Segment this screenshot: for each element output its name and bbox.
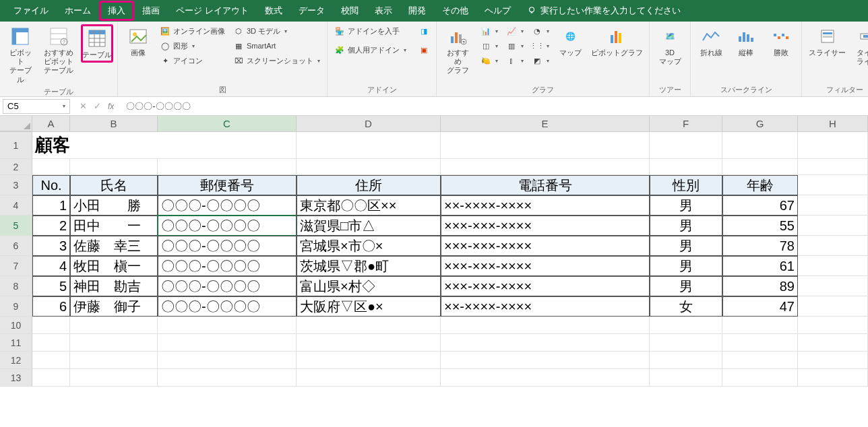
- statistic-chart-button[interactable]: ▥▾: [503, 39, 526, 53]
- row-header-8[interactable]: 8: [0, 276, 32, 296]
- icons-button[interactable]: ✦アイコン: [157, 54, 228, 67]
- pivot-chart-button[interactable]: ピボットグラフ: [590, 24, 645, 59]
- recommended-charts-button[interactable]: ? おすすめ グラフ: [441, 24, 475, 77]
- sparkline-winloss-button[interactable]: 勝敗: [765, 24, 797, 59]
- online-pictures-button[interactable]: 🖼️オンライン画像: [157, 24, 228, 38]
- row-header-1[interactable]: 1: [0, 132, 32, 159]
- fx-icon[interactable]: fx: [108, 102, 114, 111]
- cell[interactable]: 61: [722, 256, 798, 276]
- get-addins-button[interactable]: 🏪アドインを入手: [332, 24, 409, 38]
- row-header-2[interactable]: 2: [0, 159, 32, 175]
- cell[interactable]: 67: [722, 195, 798, 216]
- row-header-3[interactable]: 3: [0, 175, 32, 195]
- cell[interactable]: [441, 334, 650, 352]
- menu-view[interactable]: 表示: [367, 1, 400, 21]
- cell[interactable]: [297, 334, 441, 352]
- cell[interactable]: [297, 352, 441, 369]
- cell[interactable]: [32, 369, 70, 387]
- cell[interactable]: [297, 159, 441, 175]
- table-header[interactable]: 電話番号: [441, 175, 650, 195]
- col-header-H[interactable]: H: [798, 116, 868, 131]
- cell[interactable]: [798, 334, 868, 352]
- cell[interactable]: [32, 159, 70, 175]
- cell[interactable]: 男: [650, 256, 722, 276]
- cell[interactable]: 〇〇〇-〇〇〇〇: [158, 236, 297, 256]
- cell[interactable]: [32, 317, 70, 334]
- cell[interactable]: [722, 369, 798, 387]
- menu-help[interactable]: ヘルプ: [476, 1, 519, 21]
- col-header-C[interactable]: C: [158, 116, 297, 131]
- cell[interactable]: 茨城県▽郡●町: [297, 256, 441, 276]
- recommended-pivot-button[interactable]: ? おすすめ ピボットテーブル: [39, 24, 78, 77]
- cell[interactable]: [722, 159, 798, 175]
- line-chart-button[interactable]: 📈▾: [503, 24, 526, 38]
- menu-data[interactable]: データ: [290, 1, 333, 21]
- col-header-G[interactable]: G: [722, 116, 798, 131]
- cell[interactable]: 5: [32, 276, 70, 296]
- tell-me[interactable]: 実行したい作業を入力してください: [527, 5, 681, 17]
- row-header-12[interactable]: 12: [0, 352, 32, 369]
- cell[interactable]: [70, 369, 158, 387]
- cancel-icon[interactable]: ✕: [80, 101, 87, 111]
- cell[interactable]: [297, 132, 441, 159]
- cell[interactable]: [798, 132, 868, 159]
- cell[interactable]: ××-××××-××××: [441, 296, 650, 317]
- cell[interactable]: [650, 159, 722, 175]
- 3d-models-button[interactable]: ⬡3D モデル▾: [230, 24, 323, 38]
- cell[interactable]: 東京都〇〇区××: [297, 195, 441, 216]
- col-header-E[interactable]: E: [441, 116, 650, 131]
- cell[interactable]: 〇〇〇-〇〇〇〇: [158, 276, 297, 296]
- menu-file[interactable]: ファイル: [5, 1, 57, 21]
- scatter-chart-button[interactable]: ⋮⋮▾: [529, 39, 552, 53]
- cell[interactable]: 〇〇〇-〇〇〇〇: [158, 195, 297, 216]
- cell[interactable]: [798, 159, 868, 175]
- cell[interactable]: 神田 勘吉: [70, 276, 158, 296]
- table-header[interactable]: 氏名: [70, 175, 158, 195]
- table-header[interactable]: 性別: [650, 175, 722, 195]
- cell[interactable]: [650, 132, 722, 159]
- cell[interactable]: ×××-×××-××××: [441, 236, 650, 256]
- row-header-4[interactable]: 4: [0, 195, 32, 216]
- picture-button[interactable]: 画像: [122, 24, 154, 59]
- col-header-D[interactable]: D: [297, 116, 441, 131]
- cell[interactable]: ×××-×××-××××: [441, 216, 650, 236]
- cell[interactable]: [798, 276, 868, 296]
- col-header-B[interactable]: B: [70, 116, 158, 131]
- surface-chart-button[interactable]: ◩▾: [529, 54, 552, 67]
- cell[interactable]: 〇〇〇-〇〇〇〇: [158, 216, 297, 236]
- row-header-13[interactable]: 13: [0, 369, 32, 387]
- cell[interactable]: [158, 369, 297, 387]
- cell[interactable]: [798, 352, 868, 369]
- cell[interactable]: [158, 159, 297, 175]
- waterfall-chart-button[interactable]: 🍋▾: [478, 54, 501, 67]
- cell[interactable]: 〇〇〇-〇〇〇〇: [158, 256, 297, 276]
- timeline-button[interactable]: タイム ライン: [851, 24, 868, 67]
- cell[interactable]: [722, 317, 798, 334]
- column-chart-button[interactable]: 📊▾: [478, 24, 501, 38]
- cell[interactable]: [722, 352, 798, 369]
- menu-developer[interactable]: 開発: [400, 1, 434, 21]
- cell[interactable]: [70, 159, 158, 175]
- cell[interactable]: 滋賀県□市△: [297, 216, 441, 236]
- cell[interactable]: [722, 132, 798, 159]
- table-header[interactable]: 年齢: [722, 175, 798, 195]
- cell[interactable]: [32, 352, 70, 369]
- col-header-F[interactable]: F: [650, 116, 722, 131]
- cell[interactable]: 大阪府▽区●×: [297, 296, 441, 317]
- cell[interactable]: [441, 159, 650, 175]
- cell[interactable]: 55: [722, 216, 798, 236]
- cell[interactable]: [158, 352, 297, 369]
- cell[interactable]: [158, 334, 297, 352]
- pivot-table-button[interactable]: ピボット テーブル: [4, 24, 36, 86]
- cell[interactable]: [798, 256, 868, 276]
- maps-button[interactable]: 🌐 マップ: [555, 24, 587, 59]
- cell[interactable]: [650, 334, 722, 352]
- cell[interactable]: [297, 369, 441, 387]
- cell[interactable]: 佐藤 幸三: [70, 236, 158, 256]
- cell[interactable]: 女: [650, 296, 722, 317]
- hierarchy-chart-button[interactable]: ◫▾: [478, 39, 501, 53]
- people-graph-button[interactable]: ▣: [416, 43, 432, 57]
- cell[interactable]: [70, 352, 158, 369]
- row-header-5[interactable]: 5: [0, 216, 32, 236]
- table-header[interactable]: 住所: [297, 175, 441, 195]
